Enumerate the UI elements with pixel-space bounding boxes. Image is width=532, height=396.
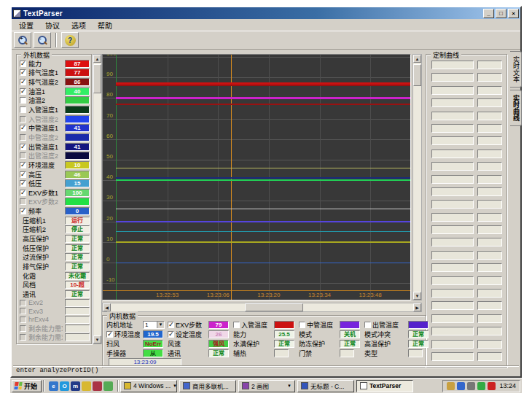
checkbox[interactable] — [168, 331, 174, 338]
custom-curve-name-field[interactable] — [431, 61, 474, 69]
taskbar-button[interactable]: TextParser — [356, 380, 413, 392]
custom-curve-name-field[interactable] — [431, 136, 474, 145]
custom-curve-value-field[interactable] — [477, 352, 502, 361]
custom-curve-name-field[interactable] — [431, 213, 474, 222]
checkbox[interactable] — [20, 106, 26, 113]
scrollbar-thumb[interactable] — [413, 64, 421, 86]
custom-curve-value-field[interactable] — [477, 150, 502, 158]
graphics-icon[interactable] — [477, 382, 485, 390]
menu-item-2[interactable]: 选项 — [66, 19, 92, 31]
zoom-in-button[interactable]: + — [14, 32, 31, 48]
custom-curve-name-field[interactable] — [431, 225, 474, 234]
checkbox[interactable] — [20, 162, 26, 168]
scroll-up-icon[interactable]: ▲ — [93, 55, 101, 63]
custom-curve-name-field[interactable] — [431, 98, 474, 107]
checkbox[interactable] — [299, 322, 305, 328]
zoom-out-button[interactable]: - — [34, 32, 51, 48]
custom-curve-value-field[interactable] — [477, 314, 502, 323]
custom-curve-value-field[interactable] — [477, 162, 502, 171]
checkbox[interactable] — [20, 61, 26, 67]
checkbox[interactable] — [20, 88, 26, 95]
custom-curve-name-field[interactable] — [431, 175, 474, 184]
custom-curve-value-field[interactable] — [477, 276, 502, 285]
show-desktop-icon[interactable] — [103, 381, 113, 391]
outlook-icon[interactable]: O — [60, 381, 69, 391]
chevron-down-icon[interactable]: ▼ — [173, 384, 177, 388]
checkbox[interactable] — [20, 198, 26, 205]
menu-item-1[interactable]: 协议 — [39, 19, 66, 31]
custom-curve-value-field[interactable] — [477, 175, 502, 184]
close-button[interactable]: × — [508, 9, 519, 18]
chevron-down-icon[interactable]: ▼ — [287, 384, 292, 388]
custom-curve-value-field[interactable] — [477, 238, 502, 246]
internet-explorer-icon[interactable]: e — [49, 381, 58, 391]
scroll-right-icon[interactable]: ▶ — [413, 303, 421, 311]
checkbox[interactable] — [20, 134, 26, 141]
media-player-icon[interactable] — [93, 381, 102, 391]
custom-curve-name-field[interactable] — [431, 276, 474, 285]
checkbox[interactable] — [20, 208, 26, 214]
start-button[interactable]: 开始 — [12, 380, 42, 392]
custom-curve-name-field[interactable] — [431, 187, 474, 196]
checkbox[interactable] — [20, 317, 26, 323]
checkbox[interactable] — [20, 69, 26, 76]
custom-curve-name-field[interactable] — [431, 73, 474, 82]
taskbar-button[interactable]: 无标题 - C... — [297, 380, 354, 392]
scroll-up-icon[interactable]: ▲ — [413, 55, 421, 63]
checkbox[interactable] — [20, 171, 26, 178]
checkbox[interactable] — [20, 116, 26, 123]
custom-curve-name-field[interactable] — [431, 124, 474, 133]
help-button[interactable]: ? — [61, 32, 79, 48]
usb-icon[interactable] — [467, 382, 475, 390]
custom-curve-value-field[interactable] — [477, 98, 502, 107]
custom-curve-value-field[interactable] — [477, 301, 502, 310]
custom-curve-value-field[interactable] — [477, 187, 502, 196]
checkbox[interactable] — [364, 322, 371, 328]
checkbox[interactable] — [20, 300, 26, 306]
minimize-button[interactable]: _ — [483, 9, 494, 18]
menu-item-0[interactable]: 设置 — [13, 19, 39, 31]
checkbox[interactable] — [168, 322, 174, 328]
custom-curve-name-field[interactable] — [431, 200, 474, 209]
tab-实时文本[interactable]: 实时文本 — [510, 51, 522, 88]
messenger-icon[interactable] — [457, 382, 465, 390]
checkbox[interactable] — [20, 325, 26, 332]
maximize-button[interactable]: □ — [496, 9, 506, 18]
custom-curve-value-field[interactable] — [477, 124, 502, 133]
scroll-down-icon[interactable]: ▼ — [93, 335, 101, 343]
custom-curve-name-field[interactable] — [431, 150, 474, 158]
custom-curve-name-field[interactable] — [431, 352, 474, 361]
checkbox[interactable] — [20, 125, 26, 131]
custom-curve-value-field[interactable] — [477, 263, 502, 272]
custom-curve-name-field[interactable] — [431, 238, 474, 246]
checkbox[interactable] — [20, 152, 26, 159]
checkbox[interactable] — [20, 79, 26, 85]
msn-icon[interactable]: m — [71, 381, 80, 391]
custom-curve-value-field[interactable] — [477, 289, 502, 298]
checkbox[interactable] — [20, 190, 26, 196]
custom-curve-name-field[interactable] — [431, 314, 474, 323]
custom-curve-name-field[interactable] — [431, 86, 474, 95]
custom-curve-name-field[interactable] — [431, 327, 474, 335]
checkbox[interactable] — [233, 322, 240, 328]
checkbox[interactable] — [20, 180, 26, 187]
custom-curve-value-field[interactable] — [477, 61, 502, 69]
outdoor-panel-scrollbar[interactable]: ▲ ▼ — [93, 54, 102, 344]
custom-curve-value-field[interactable] — [477, 86, 502, 95]
scroll-left-icon[interactable]: ◀ — [103, 303, 111, 311]
custom-curve-name-field[interactable] — [431, 251, 474, 260]
tab-实时曲线[interactable]: 实时曲线 — [510, 90, 522, 126]
checkbox[interactable] — [106, 331, 113, 338]
taskbar-button[interactable]: 2 画图▼ — [238, 380, 295, 392]
menu-item-3[interactable]: 帮助 — [92, 19, 118, 31]
chart-horizontal-scrollbar[interactable]: ◀ ▶ — [102, 303, 422, 312]
scrollbar-thumb[interactable] — [93, 64, 101, 93]
custom-curve-value-field[interactable] — [477, 112, 502, 120]
input-method-icon[interactable] — [488, 382, 496, 390]
chart-vertical-scrollbar[interactable]: ▲ ▼ — [412, 54, 422, 300]
custom-curve-value-field[interactable] — [477, 213, 502, 222]
custom-curve-name-field[interactable] — [431, 263, 474, 272]
custom-curve-value-field[interactable] — [477, 200, 502, 209]
checkbox[interactable] — [20, 308, 26, 314]
custom-curve-name-field[interactable] — [431, 340, 474, 349]
